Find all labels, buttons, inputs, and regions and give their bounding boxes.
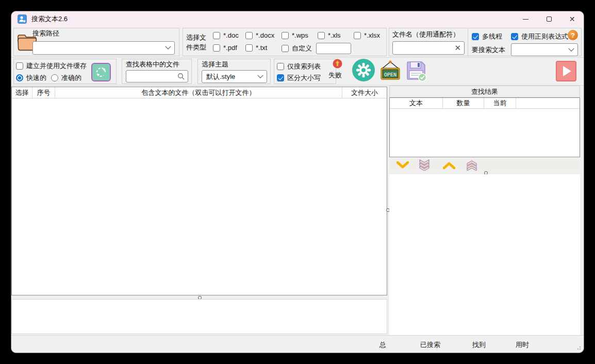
first-match-button[interactable] bbox=[462, 159, 481, 171]
filetype-custom-checkbox[interactable]: 自定义 bbox=[282, 44, 312, 53]
search-path-combobox[interactable] bbox=[32, 41, 175, 55]
checkbox-icon bbox=[245, 44, 253, 52]
column-header-count[interactable]: 数量 bbox=[443, 98, 484, 108]
triple-chevron-down-icon bbox=[418, 159, 431, 171]
chevron-down-icon bbox=[568, 45, 574, 51]
result-navigation-bar bbox=[389, 158, 580, 172]
checkbox-icon bbox=[277, 74, 284, 81]
desktop-stage: 搜索文本2.6 ✕ 搜索路径 选择文 件类型 *.doc *.docx *.wp… bbox=[0, 0, 595, 364]
checkbox-icon bbox=[213, 44, 220, 52]
find-in-table-group: 查找表格中的文件 bbox=[122, 59, 192, 84]
custom-filetype-input[interactable] bbox=[316, 43, 351, 54]
filetype-xls-checkbox[interactable]: *.xls bbox=[318, 31, 341, 39]
play-icon bbox=[563, 66, 571, 76]
search-text-combobox[interactable] bbox=[511, 43, 578, 56]
column-header-select[interactable]: 选择 bbox=[12, 87, 32, 98]
result-detail-pane[interactable] bbox=[389, 174, 580, 335]
chevron-up-icon bbox=[443, 161, 455, 169]
main-area: 选择 序号 包含文本的文件（双击可以打开文件） 文件大小 查找结果 文本 数量 … bbox=[11, 86, 584, 335]
settings-button[interactable] bbox=[352, 59, 375, 81]
file-cache-checkbox[interactable]: 建立并使用文件缓存 bbox=[16, 61, 87, 71]
resize-grip[interactable] bbox=[575, 344, 581, 350]
file-type-label-line1: 选择文 bbox=[186, 33, 206, 42]
toolbar-row-2: 建立并使用文件缓存 快速的 准确的 查找表格中的文 bbox=[11, 58, 584, 86]
filetype-wps-checkbox[interactable]: *.wps bbox=[282, 31, 308, 39]
search-path-label: 搜索路径 bbox=[32, 29, 59, 38]
failed-status-label: 失败 bbox=[328, 71, 342, 80]
refresh-icon bbox=[94, 65, 108, 79]
results-table[interactable]: 文本 数量 当前 bbox=[389, 97, 580, 157]
checkbox-icon bbox=[282, 32, 289, 39]
clear-icon[interactable]: ✕ bbox=[454, 43, 461, 53]
maximize-icon bbox=[547, 16, 552, 22]
save-results-button[interactable] bbox=[404, 59, 428, 82]
column-header-current[interactable]: 当前 bbox=[484, 98, 516, 108]
find-in-table-input[interactable] bbox=[126, 70, 188, 82]
save-floppy-icon bbox=[405, 59, 427, 82]
checkbox-icon bbox=[282, 45, 289, 52]
previous-match-button[interactable] bbox=[440, 159, 458, 171]
status-total-label: 总 bbox=[379, 340, 386, 350]
results-table-header: 文本 数量 当前 bbox=[390, 98, 580, 109]
refresh-cache-button[interactable] bbox=[91, 63, 111, 81]
last-match-button[interactable] bbox=[415, 159, 434, 171]
checkbox-icon bbox=[318, 32, 325, 39]
open-file-button[interactable]: OPEN bbox=[378, 60, 402, 81]
next-match-button[interactable] bbox=[393, 159, 412, 171]
app-icon bbox=[18, 14, 27, 24]
checkbox-icon bbox=[354, 32, 361, 39]
open-sign-icon: OPEN bbox=[378, 60, 402, 81]
file-type-label-line2: 件类型 bbox=[186, 43, 206, 52]
file-table-body[interactable] bbox=[12, 99, 387, 295]
checkbox-icon bbox=[511, 33, 518, 40]
regex-checkbox[interactable]: 使用正则表达式 bbox=[511, 32, 568, 41]
column-header-index[interactable]: 序号 bbox=[32, 87, 55, 98]
filetype-docx-checkbox[interactable]: *.docx bbox=[245, 31, 274, 39]
search-icon bbox=[177, 73, 185, 80]
filename-label: 文件名（使用通配符） bbox=[392, 30, 459, 39]
radio-icon bbox=[16, 74, 23, 81]
gear-icon bbox=[356, 62, 371, 78]
status-found-label: 找到 bbox=[472, 340, 486, 350]
column-header-text[interactable]: 文本 bbox=[390, 98, 443, 108]
accurate-radio[interactable]: 准确的 bbox=[51, 73, 81, 82]
help-button[interactable]: ? bbox=[568, 30, 578, 40]
list-only-checkbox[interactable]: 仅搜索列表 bbox=[277, 62, 321, 71]
search-options-group: 仅搜索列表 区分大小写 bbox=[274, 59, 336, 84]
theme-value: 默认.style bbox=[206, 72, 235, 81]
theme-label: 选择主题 bbox=[202, 60, 228, 69]
column-header-blank bbox=[516, 98, 580, 108]
filename-input[interactable]: ✕ bbox=[392, 41, 465, 55]
maximize-button[interactable] bbox=[537, 11, 560, 27]
column-header-size[interactable]: 文件大小 bbox=[342, 87, 387, 98]
filetype-xlsx-checkbox[interactable]: *.xlsx bbox=[354, 31, 380, 39]
status-bar: 总 已搜索 找到 用时 bbox=[11, 335, 584, 353]
chevron-down-icon bbox=[165, 44, 171, 49]
column-header-file[interactable]: 包含文本的文件（双击可以打开文件） bbox=[55, 87, 342, 98]
filetype-doc-checkbox[interactable]: *.doc bbox=[213, 31, 239, 39]
checkbox-icon bbox=[16, 62, 23, 70]
file-table-header: 选择 序号 包含文本的文件（双击可以打开文件） 文件大小 bbox=[12, 87, 387, 98]
close-icon: ✕ bbox=[569, 15, 575, 23]
minimize-button[interactable] bbox=[514, 11, 537, 27]
fast-radio[interactable]: 快速的 bbox=[16, 73, 46, 82]
log-pane[interactable] bbox=[11, 299, 387, 334]
start-search-button[interactable] bbox=[556, 61, 576, 81]
checkbox-icon bbox=[472, 33, 479, 40]
checkbox-icon bbox=[245, 32, 253, 39]
search-text-label: 要搜索文本 bbox=[472, 45, 505, 55]
case-sensitive-checkbox[interactable]: 区分大小写 bbox=[277, 73, 321, 82]
checkbox-icon bbox=[213, 32, 220, 39]
triple-chevron-up-icon bbox=[466, 159, 478, 171]
failed-status-icon bbox=[333, 59, 342, 69]
filetype-pdf-checkbox[interactable]: *.pdf bbox=[213, 44, 237, 52]
theme-combobox[interactable]: 默认.style bbox=[202, 70, 267, 83]
close-button[interactable]: ✕ bbox=[560, 11, 584, 27]
title-bar[interactable]: 搜索文本2.6 ✕ bbox=[11, 11, 584, 27]
filetype-txt-checkbox[interactable]: *.txt bbox=[245, 44, 267, 52]
cache-group: 建立并使用文件缓存 快速的 准确的 bbox=[13, 59, 117, 84]
file-results-table[interactable]: 选择 序号 包含文本的文件（双击可以打开文件） 文件大小 bbox=[11, 87, 387, 295]
question-icon: ? bbox=[571, 31, 575, 39]
toolbar-row-1: 搜索路径 选择文 件类型 *.doc *.docx *.wps *.xls *.… bbox=[11, 27, 584, 58]
multithread-checkbox[interactable]: 多线程 bbox=[472, 32, 502, 41]
